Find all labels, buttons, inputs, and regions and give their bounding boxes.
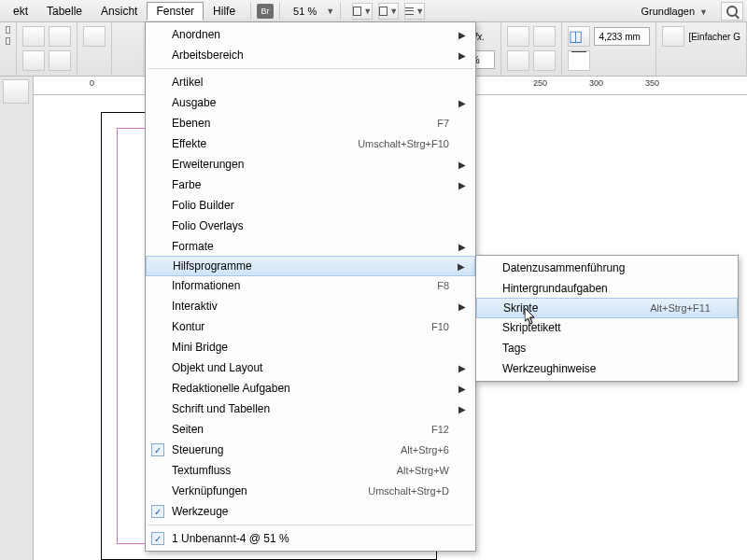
hilfsprogramme-item[interactable]: Skriptetikett (476, 317, 738, 338)
hilfsprogramme-item[interactable]: Hintergrundaufgaben (476, 278, 738, 299)
hilfsprogramme-item[interactable]: Datenzusammenführung (476, 258, 738, 278)
textwrap-3-button[interactable] (507, 50, 529, 71)
menu-label: Ebenen (172, 117, 409, 130)
hilfsprogramme-item[interactable]: SkripteAlt+Strg+F11 (476, 298, 738, 318)
hilfsprogramme-submenu: DatenzusammenführungHintergrundaufgabenS… (475, 255, 739, 382)
fenster-menu-item[interactable]: ✓SteuerungAlt+Strg+6 (146, 440, 475, 460)
screen-mode-button[interactable]: ▼ (352, 3, 373, 20)
submenu-arrow-icon: ▶ (458, 301, 466, 312)
content-button[interactable] (22, 50, 45, 71)
fenster-menu-item[interactable]: Ausgabe▶ (146, 92, 475, 113)
menu-shortcut: F8 (437, 280, 449, 291)
fenster-menu-item[interactable]: Folio Builder (146, 195, 475, 216)
menu-shortcut: Alt+Strg+6 (401, 444, 449, 455)
menu-label: Anordnen (172, 28, 449, 41)
menu-label: Werkzeuge (172, 505, 449, 518)
fenster-menu-item[interactable]: EffekteUmschalt+Strg+F10 (146, 133, 475, 154)
ruler-tick: 350 (645, 78, 659, 88)
menu-tabelle[interactable]: Tabelle (37, 2, 92, 21)
textwrap-2-button[interactable] (533, 26, 556, 47)
menu-label: Artikel (172, 76, 449, 89)
chevron-down-icon[interactable]: ▼ (326, 7, 334, 16)
menu-fenster[interactable]: Fenster (147, 2, 204, 21)
menu-shortcut: Umschalt+Strg+F10 (358, 138, 449, 149)
stroke-width-field[interactable]: 4,233 mm (594, 27, 650, 46)
fenster-menu-item[interactable]: ✓Werkzeuge (146, 501, 475, 522)
search-button[interactable] (721, 2, 743, 21)
bridge-icon[interactable]: Br (257, 4, 274, 19)
menu-shortcut: Alt+Strg+W (397, 465, 449, 476)
submenu-arrow-icon: ▶ (458, 404, 466, 414)
fenster-menu-item[interactable]: TextumflussAlt+Strg+W (146, 460, 475, 481)
textwrap-1-button[interactable] (507, 26, 529, 47)
menu-label: Schrift und Tabellen (172, 402, 449, 415)
fenster-menu-item[interactable]: Interaktiv▶ (146, 296, 475, 316)
left-dock (0, 77, 34, 560)
rotate-button[interactable] (83, 26, 106, 47)
submenu-arrow-icon: ▶ (458, 30, 466, 40)
menu-label: Erweiterungen (172, 158, 449, 171)
menu-label: Skriptetikett (502, 321, 712, 334)
menu-label: Objekt und Layout (172, 361, 449, 374)
submenu-arrow-icon: ▶ (458, 180, 466, 190)
menu-label: Mini Bridge (172, 341, 449, 354)
fenster-menu-item[interactable]: EbenenF7 (146, 113, 475, 133)
menu-shortcut: F7 (437, 118, 449, 129)
fenster-menu-item[interactable]: Anordnen▶ (146, 24, 475, 45)
menu-label: 1 Unbenannt-4 @ 51 % (172, 532, 449, 545)
menu-label: Tags (502, 342, 712, 355)
zoom-level[interactable]: 51 % (293, 6, 317, 17)
submenu-arrow-icon: ▶ (458, 50, 466, 61)
menu-label: Hilfsprogramme (173, 259, 448, 273)
menu-label: Farbe (172, 178, 449, 191)
menu-label: Folio Overlays (172, 219, 449, 232)
check-icon: ✓ (151, 532, 164, 545)
align-button[interactable] (49, 26, 71, 47)
fenster-menu-item[interactable]: InformationenF8 (146, 275, 475, 296)
fenster-menu-item[interactable]: KonturF10 (146, 316, 475, 337)
fit-button[interactable] (22, 26, 45, 47)
menu-hilfe[interactable]: Hilfe (204, 2, 245, 21)
fenster-menu-item[interactable]: Schrift und Tabellen▶ (146, 399, 475, 419)
submenu-arrow-icon: ▶ (458, 261, 465, 272)
submenu-arrow-icon: ▶ (458, 160, 466, 170)
view-mode-button[interactable]: ▼ (378, 3, 399, 20)
menu-ansicht[interactable]: Ansicht (92, 2, 147, 21)
dock-panel-button[interactable] (3, 79, 29, 104)
menu-label: Hintergrundaufgaben (502, 282, 712, 295)
fenster-menu-item[interactable]: Redaktionelle Aufgaben▶ (146, 378, 475, 399)
hilfsprogramme-item[interactable]: Tags (476, 338, 738, 358)
arrange-button[interactable]: ▼ (404, 3, 425, 20)
search-icon (726, 6, 738, 17)
menu-label: Arbeitsbereich (172, 49, 449, 62)
menu-objekt[interactable]: ekt (4, 2, 37, 21)
menu-label: Skripte (503, 301, 622, 315)
fenster-menu-item[interactable]: VerknüpfungenUmschalt+Strg+D (146, 481, 475, 501)
ruler-tick: 250 (533, 78, 547, 88)
fenster-menu-item[interactable]: SeitenF12 (146, 419, 475, 440)
fenster-menu-item[interactable]: Objekt und Layout▶ (146, 357, 475, 378)
corner-button[interactable]: ◫ (568, 26, 590, 47)
ruler-tick: 300 (589, 78, 603, 88)
fenster-menu-item[interactable]: Erweiterungen▶ (146, 154, 475, 175)
style-name[interactable]: [Einfacher G (688, 32, 740, 42)
stroke-style-button[interactable] (568, 50, 590, 71)
check-icon: ✓ (151, 443, 164, 456)
menu-label: Steuerung (172, 443, 373, 456)
menu-label: Ausgabe (172, 96, 449, 109)
fenster-menu-item[interactable]: Artikel (146, 72, 475, 92)
fenster-menu-item[interactable]: Folio Overlays (146, 216, 475, 236)
frame-button[interactable] (49, 50, 71, 71)
fenster-menu-item[interactable]: Farbe▶ (146, 175, 475, 195)
fenster-menu-item[interactable]: Arbeitsbereich▶ (146, 45, 475, 65)
fenster-menu-item[interactable]: Mini Bridge (146, 337, 475, 357)
menu-shortcut: F12 (431, 424, 449, 435)
fenster-menu-item[interactable]: Hilfsprogramme▶ (146, 256, 475, 276)
workspace-switcher[interactable]: Grundlagen ▼ (636, 4, 713, 19)
hilfsprogramme-item[interactable]: Werkzeughinweise (476, 358, 738, 379)
style-button[interactable] (662, 26, 684, 47)
menu-label: Informationen (172, 279, 409, 292)
fenster-menu-item[interactable]: Formate▶ (146, 236, 475, 257)
fenster-menu-item[interactable]: ✓1 Unbenannt-4 @ 51 % (146, 528, 475, 549)
textwrap-4-button[interactable] (533, 50, 556, 71)
